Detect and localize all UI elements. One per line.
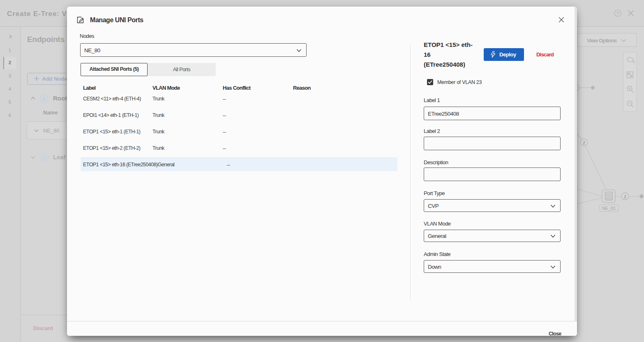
svg-text:View Options: View Options [587, 37, 617, 44]
svg-text:2: 2 [583, 140, 585, 145]
svg-text:NE_81: NE_81 [602, 206, 616, 211]
svg-text:?: ? [633, 60, 635, 65]
svg-text:?: ? [616, 11, 619, 16]
svg-text:2: 2 [624, 194, 626, 199]
